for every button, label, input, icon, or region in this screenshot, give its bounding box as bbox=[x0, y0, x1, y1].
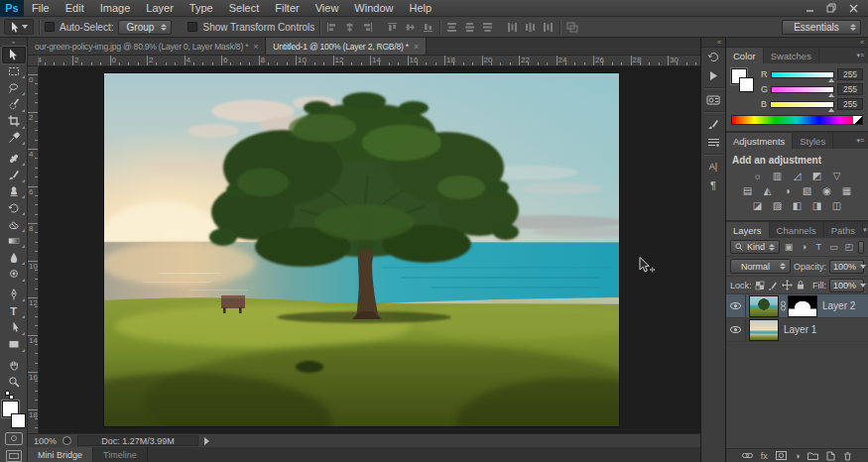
move-tool-preset[interactable] bbox=[4, 19, 34, 35]
zoom-level[interactable]: 100% bbox=[34, 436, 57, 446]
curves-icon[interactable]: ◿ bbox=[789, 170, 806, 182]
color-lookup-icon[interactable]: ▦ bbox=[838, 184, 855, 197]
tool-history-brush[interactable] bbox=[2, 199, 26, 216]
properties-panel-button[interactable] bbox=[703, 90, 724, 109]
history-panel-button[interactable] bbox=[703, 48, 724, 66]
filter-smart-objects-icon[interactable]: ◰ bbox=[843, 241, 855, 254]
tab-close-icon[interactable]: × bbox=[253, 42, 258, 52]
auto-select-mode-dropdown[interactable]: Group bbox=[118, 20, 172, 35]
align-left-edges-icon[interactable] bbox=[325, 21, 338, 34]
filter-on-off-toggle[interactable] bbox=[858, 241, 864, 254]
tool-lasso[interactable] bbox=[2, 79, 26, 96]
distribute-bottom-edges-icon[interactable] bbox=[481, 21, 494, 34]
tool-eyedropper[interactable] bbox=[2, 130, 26, 147]
tool-crop[interactable] bbox=[2, 113, 26, 130]
color-spectrum-ramp[interactable] bbox=[731, 115, 863, 125]
tool-spot-healing-brush[interactable] bbox=[2, 150, 26, 167]
default-colors-icon[interactable] bbox=[5, 391, 14, 400]
auto-select-checkbox[interactable] bbox=[45, 22, 55, 32]
layer-thumbnail[interactable] bbox=[750, 320, 778, 340]
tab-channels[interactable]: Channels bbox=[770, 222, 824, 238]
tool-zoom[interactable] bbox=[2, 373, 26, 390]
tool-rectangular-marquee[interactable] bbox=[2, 63, 26, 80]
vibrance-icon[interactable]: ▽ bbox=[828, 170, 845, 182]
exposure-icon[interactable]: ◩ bbox=[808, 170, 825, 182]
status-options-arrow-icon[interactable] bbox=[204, 437, 209, 445]
show-transform-checkbox[interactable] bbox=[187, 22, 197, 32]
lock-transparency-icon[interactable] bbox=[755, 279, 766, 291]
align-right-edges-icon[interactable] bbox=[361, 21, 374, 34]
menu-file[interactable]: File bbox=[24, 0, 58, 17]
panel-collapse-icon[interactable]: « bbox=[726, 38, 868, 48]
menu-view[interactable]: View bbox=[308, 0, 347, 17]
brush-presets-panel-button[interactable] bbox=[703, 133, 724, 152]
distribute-horizontal-centers-icon[interactable] bbox=[524, 21, 537, 34]
green-value[interactable]: 255 bbox=[837, 83, 863, 95]
canvas-image[interactable] bbox=[104, 73, 619, 426]
panel-menu-icon[interactable]: ▾≡ bbox=[856, 52, 864, 59]
tool-path-selection[interactable] bbox=[2, 319, 26, 336]
levels-icon[interactable]: ▥ bbox=[769, 170, 786, 182]
new-layer-icon[interactable] bbox=[826, 451, 835, 461]
tool-quick-selection[interactable] bbox=[2, 96, 26, 113]
menu-type[interactable]: Type bbox=[182, 0, 221, 17]
tool-brush[interactable] bbox=[2, 167, 26, 183]
photo-filter-icon[interactable]: ▧ bbox=[799, 184, 815, 197]
gradient-map-icon[interactable]: ◨ bbox=[808, 199, 825, 212]
actions-panel-button[interactable] bbox=[703, 66, 724, 85]
ruler-origin-corner[interactable] bbox=[28, 56, 39, 66]
filter-shape-layers-icon[interactable]: ▭ bbox=[827, 241, 839, 254]
tool-clone-stamp[interactable] bbox=[2, 183, 26, 200]
color-balance-icon[interactable]: ◭ bbox=[759, 184, 776, 197]
layer-row-layer1[interactable]: Layer 1 bbox=[726, 318, 868, 342]
tab-styles[interactable]: Styles bbox=[793, 133, 833, 149]
layer-visibility-toggle[interactable] bbox=[726, 294, 746, 317]
restore-icon[interactable] bbox=[820, 2, 842, 15]
align-horizontal-centers-icon[interactable] bbox=[343, 21, 356, 34]
menu-layer[interactable]: Layer bbox=[138, 0, 182, 17]
new-group-icon[interactable] bbox=[807, 451, 818, 460]
fill-dropdown[interactable]: 100% bbox=[829, 279, 864, 292]
tab-color[interactable]: Color bbox=[726, 48, 764, 63]
link-layers-icon[interactable] bbox=[742, 452, 753, 459]
threshold-icon[interactable]: ◧ bbox=[789, 199, 806, 212]
distribute-top-edges-icon[interactable] bbox=[445, 21, 458, 34]
align-bottom-edges-icon[interactable] bbox=[422, 21, 434, 34]
minimize-icon[interactable] bbox=[799, 2, 820, 15]
document-tab-active[interactable]: Untitled-1 @ 100% (Layer 2, RGB/8) * × bbox=[266, 38, 427, 56]
opacity-dropdown[interactable]: 100% bbox=[829, 260, 864, 274]
panel-menu-icon[interactable]: ▾≡ bbox=[863, 226, 868, 234]
tab-close-icon[interactable]: × bbox=[414, 42, 419, 52]
selective-color-icon[interactable]: ◫ bbox=[828, 199, 845, 212]
dock-collapse-icon[interactable]: « bbox=[701, 38, 725, 48]
tab-layers[interactable]: Layers bbox=[726, 222, 770, 238]
delete-layer-icon[interactable] bbox=[843, 451, 852, 461]
tab-mini-bridge[interactable]: Mini Bridge bbox=[28, 447, 93, 462]
lock-pixels-icon[interactable] bbox=[768, 279, 779, 291]
screen-mode-button[interactable] bbox=[6, 450, 22, 462]
tool-gradient[interactable] bbox=[2, 233, 26, 250]
tool-blur[interactable] bbox=[2, 249, 26, 266]
posterize-icon[interactable]: ▨ bbox=[769, 199, 786, 212]
green-slider[interactable] bbox=[771, 86, 834, 93]
layer-filter-dropdown[interactable]: Kind bbox=[730, 240, 780, 254]
tab-paths[interactable]: Paths bbox=[824, 222, 863, 238]
layer-name[interactable]: Layer 2 bbox=[822, 300, 855, 311]
paragraph-panel-button[interactable]: ¶ bbox=[703, 175, 724, 194]
hue-saturation-icon[interactable]: ▤ bbox=[739, 184, 756, 197]
brightness-contrast-icon[interactable]: ☼ bbox=[749, 170, 766, 182]
tool-pen[interactable] bbox=[2, 287, 26, 303]
menu-select[interactable]: Select bbox=[221, 0, 268, 17]
brush-panel-button[interactable] bbox=[703, 114, 724, 133]
layer-style-button[interactable]: fx bbox=[761, 451, 768, 461]
mask-link-icon[interactable] bbox=[778, 300, 789, 311]
menu-window[interactable]: Window bbox=[346, 0, 401, 17]
distribute-vertical-centers-icon[interactable] bbox=[463, 21, 476, 34]
menu-help[interactable]: Help bbox=[401, 0, 439, 17]
layer-row-layer2[interactable]: Layer 2 bbox=[726, 294, 868, 318]
tab-adjustments[interactable]: Adjustments bbox=[726, 133, 793, 149]
background-color-swatch[interactable] bbox=[12, 414, 25, 427]
auto-align-layers-icon[interactable] bbox=[565, 21, 578, 34]
character-panel-button[interactable]: A| bbox=[703, 157, 724, 175]
tool-rectangle[interactable] bbox=[2, 336, 26, 353]
